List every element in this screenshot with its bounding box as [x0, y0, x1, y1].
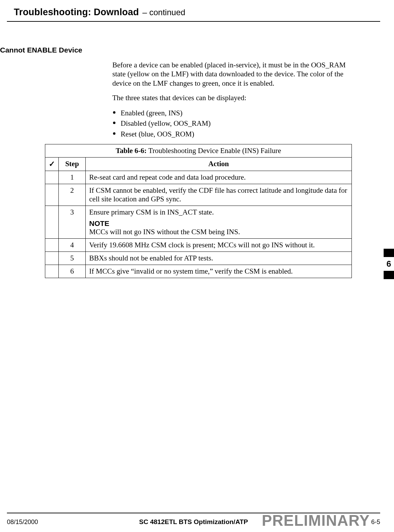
cell-action-text: Ensure primary CSM is in INS_ACT state. — [89, 208, 214, 216]
cell-step: 1 — [59, 171, 86, 184]
page-footer: 08/15/2000 SC 4812ETL BTS Optimization/A… — [7, 515, 380, 526]
table-row: 3 Ensure primary CSM is in INS_ACT state… — [45, 206, 352, 239]
col-action: Action — [86, 158, 352, 171]
cell-check — [45, 206, 59, 239]
cell-action: If CSM cannot be enabled, verify the CDF… — [86, 184, 352, 206]
table-row: 1 Re-seat card and repeat code and data … — [45, 171, 352, 184]
list-item: Disabled (yellow, OOS_RAM) — [112, 118, 351, 129]
chapter-side-tab: 6 — [384, 249, 394, 279]
section-heading: Cannot ENABLE Device — [0, 46, 394, 54]
cell-step: 3 — [59, 206, 86, 239]
side-tab-number: 6 — [384, 257, 394, 271]
cell-action: Ensure primary CSM is in INS_ACT state. … — [86, 206, 352, 239]
table-row: 4 Verify 19.6608 MHz CSM clock is presen… — [45, 239, 352, 252]
footer-center: SC 4812ETL BTS Optimization/ATP — [7, 518, 380, 526]
footer-rule — [7, 513, 380, 513]
cell-action: Verify 19.6608 MHz CSM clock is present;… — [86, 239, 352, 252]
table-title-bold: Table 6-6: — [116, 146, 147, 155]
cell-step: 2 — [59, 184, 86, 206]
troubleshooting-table: Table 6-6: Troubleshooting Device Enable… — [45, 144, 352, 278]
cell-step: 6 — [59, 265, 86, 278]
note-body: MCCs will not go INS without the CSM bei… — [89, 228, 240, 236]
cell-step: 5 — [59, 252, 86, 265]
body-column: Before a device can be enabled (placed i… — [112, 60, 351, 139]
table-row: 5 BBXs should not be enabled for ATP tes… — [45, 252, 352, 265]
state-bullet-list: Enabled (green, INS) Disabled (yellow, O… — [112, 108, 351, 139]
cell-action: BBXs should not be enabled for ATP tests… — [86, 252, 352, 265]
cell-check — [45, 265, 59, 278]
list-item: Enabled (green, INS) — [112, 108, 351, 118]
table-row: 2 If CSM cannot be enabled, verify the C… — [45, 184, 352, 206]
table-row: 6 If MCCs give “invalid or no system tim… — [45, 265, 352, 278]
page-title-main: Troubleshooting: Download — [14, 7, 139, 18]
side-tab-bar-bottom — [384, 271, 394, 279]
table-title: Table 6-6: Troubleshooting Device Enable… — [45, 144, 352, 158]
side-tab-bar-top — [384, 249, 394, 257]
note-label: NOTE — [89, 219, 348, 228]
cell-action: If MCCs give “invalid or no system time,… — [86, 265, 352, 278]
cell-action: Re-seat card and repeat code and data lo… — [86, 171, 352, 184]
cell-step: 4 — [59, 239, 86, 252]
cell-check — [45, 239, 59, 252]
col-step: Step — [59, 158, 86, 171]
intro-paragraph-2: The three states that devices can be dis… — [112, 93, 351, 102]
table: Table 6-6: Troubleshooting Device Enable… — [45, 144, 352, 278]
table-title-row: Table 6-6: Troubleshooting Device Enable… — [45, 144, 352, 158]
intro-paragraph-1: Before a device can be enabled (placed i… — [112, 60, 351, 88]
footer-page-number: 6-5 — [371, 519, 380, 526]
cell-check — [45, 184, 59, 206]
table-title-rest: Troubleshooting Device Enable (INS) Fail… — [147, 146, 281, 155]
list-item: Reset (blue, OOS_ROM) — [112, 129, 351, 139]
cell-check — [45, 171, 59, 184]
page-title-line: Troubleshooting: Download – continued — [7, 0, 380, 22]
page-title-suffix: – continued — [142, 8, 185, 17]
table-header-row: ✓ Step Action — [45, 158, 352, 171]
col-check: ✓ — [45, 158, 59, 171]
page: Troubleshooting: Download – continued Ca… — [0, 0, 394, 532]
cell-check — [45, 252, 59, 265]
